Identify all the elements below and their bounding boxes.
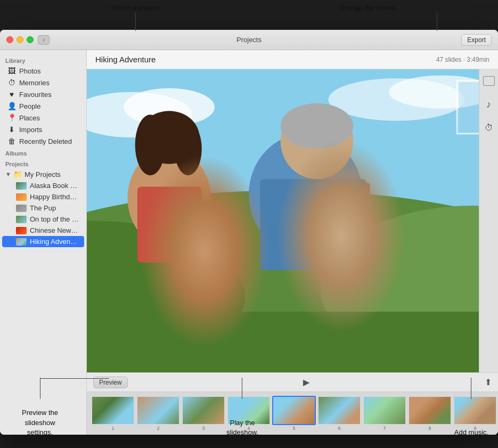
filmstrip-thumb-2 [136,396,180,425]
svg-point-6 [87,221,245,373]
project-thumb-hiking [16,238,27,246]
filmstrip-img-8 [409,397,451,424]
sidebar-item-imports[interactable]: ⬇ Imports [2,124,84,135]
filmstrip-slide-6[interactable]: 6 [317,396,361,431]
filmstrip-img-3 [183,397,224,424]
project-item-pup[interactable]: The Pup [2,202,84,214]
maximize-button[interactable] [27,36,34,43]
filmstrip-num-6: 6 [317,426,361,431]
sidebar-item-photos[interactable]: 🖼 Photos [2,65,84,77]
sidebar-item-favourites[interactable]: ♥ Favourites [2,88,84,100]
annotation-line-select-project [135,13,136,31]
filmstrip-slide-2[interactable]: 2 [136,396,180,431]
filmstrip-num-9: 9 [453,426,497,431]
annotation-select-project: Select a project. [93,3,178,13]
music-icon: ♪ [486,99,491,110]
sidebar-item-places[interactable]: 📍 Places [2,112,84,124]
filmstrip-img-4 [228,397,270,424]
my-projects-folder[interactable]: ▼ 📁 My Projects [2,168,84,180]
bottom-controls: Preview ▶ ⬆ [87,372,498,435]
slide-preview-area [87,69,479,372]
filmstrip-img-1 [92,397,134,424]
filmstrip-slide-8[interactable]: 8 [408,396,452,431]
filmstrip-slide-5[interactable]: 5 [272,396,316,431]
svg-point-19 [281,103,354,149]
filmstrip-img-5 [273,397,315,424]
filmstrip-slide-3[interactable]: 3 [182,396,225,431]
project-hiking-label: Hiking Adventure [30,238,79,246]
window-title: Projects [236,36,262,44]
sidebar-recently-deleted-label: Recently Deleted [19,137,72,145]
music-button[interactable]: ♪ [481,97,496,112]
filmstrip-slide-9[interactable]: 9 [453,396,497,431]
timing-button[interactable]: ⏱ [481,120,496,135]
project-birthday-label: Happy Birthday... [30,193,79,201]
theme-icon [483,76,495,86]
filmstrip-slide-1[interactable]: 1 [91,396,135,431]
filmstrip-num-5: 5 [272,426,316,431]
svg-rect-16 [137,186,202,262]
slide-content: ♪ ⏱ [87,69,498,372]
close-button[interactable] [6,36,13,43]
filmstrip-slide-4[interactable]: 4 [227,396,271,431]
filmstrip-img-7 [364,397,405,424]
project-thumb-chinese [16,227,27,234]
project-item-birthday[interactable]: Happy Birthday... [2,191,84,202]
share-icon: ⬆ [485,378,492,387]
filmstrip-thumb-1 [91,396,135,425]
filmstrip-slide-7[interactable]: 7 [363,396,406,431]
svg-point-14 [135,115,166,175]
sidebar-item-recently-deleted[interactable]: 🗑 Recently Deleted [2,135,84,147]
svg-point-1 [87,92,192,137]
sidebar-photos-label: Photos [19,67,40,75]
project-ontop-label: On top of the W... [30,215,79,223]
project-item-ontop[interactable]: On top of the W... [2,214,84,225]
filmstrip-img-2 [137,397,179,424]
filmstrip-thumb-9 [453,396,497,425]
places-icon: 📍 [7,113,16,122]
minimize-button[interactable] [17,36,23,43]
project-alaska-label: Alaska Book Proj... [30,182,79,190]
favourites-icon: ♥ [7,90,16,99]
svg-rect-21 [358,183,370,243]
project-item-chinese[interactable]: Chinese New Year [2,225,84,236]
svg-rect-0 [87,69,479,372]
sidebar-favourites-label: Favourites [19,91,52,99]
project-item-hiking[interactable]: Hiking Adventure [2,236,84,247]
folder-icon: 📁 [13,170,22,178]
albums-label: Albums [0,147,86,158]
traffic-lights [0,36,34,43]
annotation-line-change-theme [437,13,437,31]
slide-photo-svg [87,69,479,372]
filmstrip: 1 2 3 [87,392,498,435]
sidebar-people-label: People [19,102,40,110]
filmstrip-num-4: 4 [227,426,271,431]
sidebar-item-people[interactable]: 👤 People [2,100,84,112]
play-icon: ▶ [303,377,309,387]
filmstrip-thumb-5 [272,396,316,425]
sidebar-item-memories[interactable]: ⏱ Memories [2,77,84,88]
main-area: Hiking Adventure 47 slides · 3:49min [87,50,498,435]
library-label: Library [0,54,86,65]
svg-point-18 [281,103,354,179]
filmstrip-thumb-3 [182,396,225,425]
back-button[interactable]: ‹ [38,35,50,45]
timing-icon: ⏱ [485,123,493,133]
svg-rect-10 [87,312,479,372]
project-item-alaska[interactable]: Alaska Book Proj... [2,180,84,191]
svg-point-7 [321,206,479,372]
preview-button[interactable]: Preview [93,377,128,388]
project-chinese-label: Chinese New Year [30,226,79,234]
share-button[interactable]: ⬆ [485,377,492,387]
preview-bar: Preview ▶ ⬆ [87,373,498,392]
play-button[interactable]: ▶ [299,375,314,390]
photos-icon: 🖼 [7,67,16,75]
memories-icon: ⏱ [7,78,16,87]
projects-label: Projects [0,158,86,168]
filmstrip-num-2: 2 [136,426,180,431]
export-button[interactable]: Export [461,34,492,46]
project-pup-label: The Pup [30,204,56,212]
theme-button[interactable] [481,74,496,88]
svg-point-13 [139,111,200,164]
svg-point-3 [328,78,464,121]
